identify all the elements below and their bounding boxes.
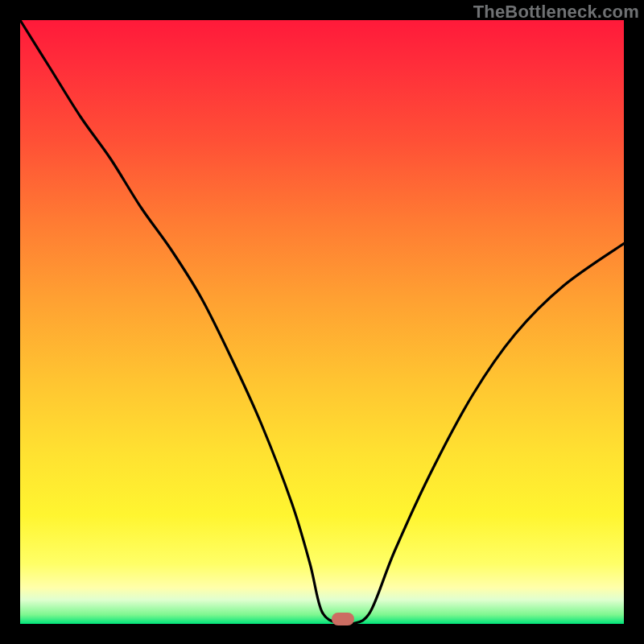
bottleneck-curve-path <box>20 20 624 625</box>
curve-svg <box>20 20 624 624</box>
chart-frame: TheBottleneck.com <box>0 0 644 644</box>
plot-area <box>20 20 624 624</box>
optimal-marker <box>332 613 354 625</box>
